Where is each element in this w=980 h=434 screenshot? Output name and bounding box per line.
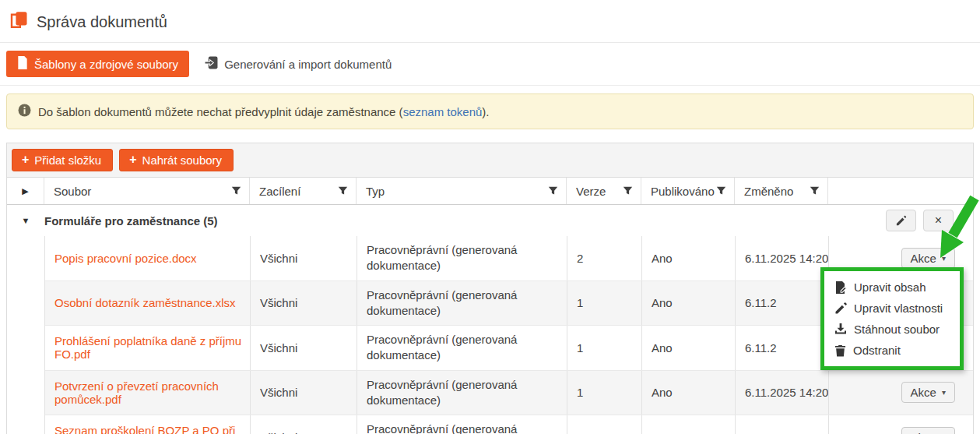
tab-bar: Šablony a zdrojové soubory Generování a … <box>0 43 980 86</box>
grid-toolbar: + Přidat složku + Nahrát soubory <box>7 143 973 178</box>
menu-item-delete[interactable]: Odstranit <box>824 340 960 361</box>
alert-text-before: Do šablon dokumentů můžete nechat předvy… <box>38 105 403 118</box>
document-icon <box>17 56 28 72</box>
pencil-icon <box>834 302 847 315</box>
tab-generate-import[interactable]: Generování a import dokumentů <box>202 51 402 77</box>
version-cell: 1 <box>567 415 642 434</box>
changed-cell: 6.11.2 <box>736 281 829 326</box>
header-label: Verze <box>576 185 606 198</box>
filter-icon[interactable] <box>810 185 820 198</box>
document-import-icon <box>205 56 218 72</box>
tab-label: Šablony a zdrojové soubory <box>34 58 178 71</box>
published-cell: Ano <box>642 371 736 415</box>
header-soubor[interactable]: Soubor <box>44 178 250 204</box>
menu-item-edit-properties[interactable]: Upravit vlastnosti <box>824 298 960 319</box>
target-cell: Všichni <box>251 236 357 281</box>
published-cell: Ano <box>642 236 736 281</box>
header-label: Publikováno <box>651 185 715 198</box>
header-publikovano[interactable]: Publikováno <box>641 178 735 204</box>
info-icon <box>18 104 31 119</box>
published-cell: Ano <box>642 281 736 326</box>
caret-down-icon: ▾ <box>942 388 946 397</box>
tab-templates-and-sources[interactable]: Šablony a zdrojové soubory <box>6 51 189 77</box>
token-list-link[interactable]: seznam tokenů <box>403 105 483 118</box>
group-collapse-icon[interactable]: ▼ <box>7 216 44 225</box>
changed-cell: 6.11.2 <box>736 326 829 370</box>
header-zacileni[interactable]: Zacílení <box>250 178 357 204</box>
folder-name[interactable]: Formuláře pro zaměstnance (5) <box>44 214 218 228</box>
alert-text: Do šablon dokumentů můžete nechat předvy… <box>38 105 490 118</box>
akce-label: Akce <box>911 252 936 265</box>
akce-context-menu: Upravit obsah Upravit vlastnosti Stáhnou… <box>820 267 964 370</box>
add-folder-label: Přidat složku <box>34 153 101 167</box>
file-link[interactable]: Popis pracovní pozice.docx <box>54 252 197 265</box>
caret-down-icon: ▾ <box>942 254 946 263</box>
file-link[interactable]: Seznam proškolení BOZP a PO při nástupu.… <box>54 424 242 434</box>
file-pen-icon <box>834 281 847 294</box>
akce-label: Akce <box>911 386 936 399</box>
add-folder-button[interactable]: + Přidat složku <box>12 149 113 171</box>
header-label: Soubor <box>54 185 91 198</box>
folder-group-row: ▼ Formuláře pro zaměstnance (5) × <box>7 205 973 236</box>
menu-item-label: Upravit vlastnosti <box>854 302 943 315</box>
page-header: Správa dokumentů <box>0 0 980 43</box>
document-management-page: Správa dokumentů Šablony a zdrojové soub… <box>0 0 980 434</box>
table-header-row: ▶ Soubor Zacílení Typ Verze Publikováno <box>7 178 973 205</box>
upload-files-label: Nahrát soubory <box>142 153 223 167</box>
trash-icon <box>834 344 846 357</box>
documents-copy-icon <box>9 11 28 33</box>
pencil-icon <box>895 215 907 227</box>
file-link[interactable]: Prohlášení poplatníka daně z příjmu FO.p… <box>54 334 242 361</box>
header-verze[interactable]: Verze <box>567 178 641 204</box>
menu-item-label: Odstranit <box>853 344 901 357</box>
plus-icon: + <box>22 153 29 167</box>
version-cell: 2 <box>567 236 642 281</box>
page-title: Správa dokumentů <box>37 13 167 31</box>
header-zmeneno[interactable]: Změněno <box>735 178 828 204</box>
akce-label: Akce <box>911 431 936 434</box>
menu-item-download[interactable]: Stáhnout soubor <box>824 319 960 340</box>
delete-folder-button[interactable]: × <box>923 210 954 231</box>
type-cell: Pracovněprávní (generovaná dokumentace) <box>357 371 567 415</box>
collapse-all-toggle[interactable]: ▶ <box>7 178 44 204</box>
target-cell: Všichni <box>251 326 357 370</box>
filter-icon[interactable] <box>716 185 726 198</box>
filter-icon[interactable] <box>623 185 633 198</box>
close-icon: × <box>935 213 942 228</box>
upload-files-button[interactable]: + Nahrát soubory <box>119 149 234 171</box>
download-icon <box>834 323 847 336</box>
file-link[interactable]: Potvrzení o převzetí pracovních pomůcek.… <box>54 379 242 406</box>
type-cell: Pracovněprávní (generovaná dokumentace) <box>357 281 567 326</box>
filter-icon[interactable] <box>338 185 348 198</box>
menu-item-label: Stáhnout soubor <box>854 323 940 336</box>
table-row: Seznam proškolení BOZP a PO při nástupu.… <box>45 415 973 434</box>
header-label: Zacílení <box>259 185 300 198</box>
alert-text-after: ). <box>482 105 489 118</box>
filter-icon[interactable] <box>548 185 558 198</box>
akce-dropdown-button[interactable]: Akce ▾ <box>901 248 955 269</box>
changed-cell: 6.11.2025 14:20 <box>736 371 829 415</box>
target-cell: Všichni <box>251 371 357 415</box>
info-alert: Do šablon dokumentů můžete nechat předvy… <box>6 94 974 129</box>
akce-dropdown-button[interactable]: Akce ▾ <box>901 382 955 403</box>
menu-item-label: Upravit obsah <box>854 281 926 294</box>
target-cell: Všichni <box>251 281 357 326</box>
header-actions <box>828 178 973 204</box>
changed-cell: 6.11.2025 14:20 <box>736 236 829 281</box>
edit-folder-button[interactable] <box>886 210 916 231</box>
tab-label: Generování a import dokumentů <box>224 58 392 71</box>
file-link[interactable]: Osobní dotazník zaměstnance.xlsx <box>54 296 236 309</box>
folder-tools: × <box>886 210 954 231</box>
header-label: Změněno <box>744 185 793 198</box>
version-cell: 1 <box>567 326 642 370</box>
collapse-all-icon: ▶ <box>22 186 28 196</box>
menu-item-edit-content[interactable]: Upravit obsah <box>824 277 960 298</box>
published-cell: Ano <box>642 415 736 434</box>
type-cell: Pracovněprávní (generovaná dokumentace) <box>357 415 567 434</box>
type-cell: Pracovněprávní (generovaná dokumentace) <box>357 236 567 281</box>
filter-icon[interactable] <box>231 185 241 198</box>
header-typ[interactable]: Typ <box>357 178 567 204</box>
akce-dropdown-button[interactable]: Akce ▾ <box>901 427 955 434</box>
published-cell: Ano <box>642 326 736 370</box>
version-cell: 1 <box>567 371 642 415</box>
